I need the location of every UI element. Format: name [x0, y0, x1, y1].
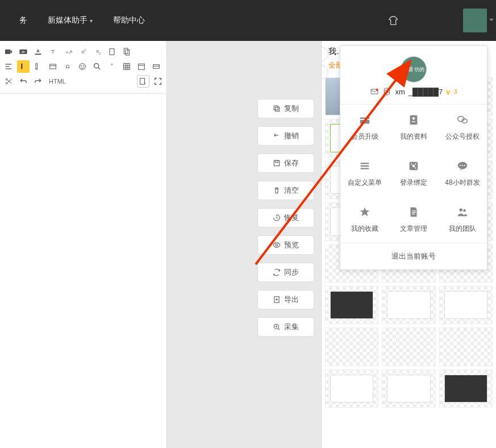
edit-form-icon[interactable]: [137, 75, 149, 88]
collect-button[interactable]: 采集: [257, 317, 314, 337]
nav-item-assistant[interactable]: 新媒体助手▾: [37, 15, 103, 26]
gallery-thumb[interactable]: [325, 286, 378, 324]
user-avatar[interactable]: [463, 9, 487, 32]
user-id-row: xm_█████7 v 3: [346, 87, 481, 96]
align-icon[interactable]: [2, 60, 15, 73]
undo-icon[interactable]: [17, 75, 30, 88]
svg-point-79: [463, 209, 466, 212]
my-favorites[interactable]: 我的收藏: [340, 197, 389, 243]
subscript-icon[interactable]: X2: [91, 45, 103, 58]
text-format-icon[interactable]: T: [47, 45, 59, 58]
fullscreen-icon[interactable]: [152, 75, 164, 88]
gallery-thumb[interactable]: [439, 370, 493, 408]
redo-icon[interactable]: [32, 75, 44, 88]
preview-button[interactable]: 预览: [257, 235, 314, 255]
my-profile[interactable]: 我的资料: [389, 105, 438, 151]
svg-line-38: [7, 80, 11, 84]
video-icon[interactable]: [2, 45, 15, 58]
svg-rect-44: [276, 160, 278, 163]
user-dropdown-panel: 标题 功的 xm_█████7 v 3 会员升级 我的资料 公众号授权 自定义菜…: [340, 45, 487, 270]
my-team[interactable]: 我的团队: [438, 197, 487, 243]
custom-menu[interactable]: 自定义菜单: [340, 151, 389, 197]
svg-rect-18: [50, 64, 56, 69]
svg-point-73: [462, 165, 463, 166]
copy-button[interactable]: 复制: [257, 99, 314, 118]
card-icon[interactable]: [150, 60, 162, 73]
restore-button[interactable]: 恢复: [257, 208, 314, 227]
login-bind[interactable]: 登录绑定: [389, 151, 438, 197]
export-button[interactable]: 导出: [257, 290, 314, 309]
mail-icon[interactable]: [370, 87, 379, 96]
mass-send[interactable]: 48小时群发: [438, 151, 487, 197]
emoji-icon[interactable]: [76, 60, 89, 73]
undo-button[interactable]: 撤销: [257, 126, 314, 146]
bookmark-start-icon[interactable]: [17, 60, 30, 73]
search-icon[interactable]: [91, 60, 103, 73]
svg-point-23: [83, 65, 84, 66]
vip-badge: v: [446, 88, 450, 96]
clear-button[interactable]: 清空: [257, 181, 314, 200]
nav-item-help[interactable]: 帮助中心: [103, 15, 155, 26]
save-button[interactable]: 保存: [257, 154, 314, 173]
top-navbar: 务 新媒体助手▾ 帮助中心: [0, 0, 496, 41]
svg-rect-4: [35, 53, 41, 55]
svg-text:T: T: [51, 49, 55, 55]
svg-line-25: [98, 68, 100, 69]
editor-body[interactable]: [0, 94, 166, 448]
font-size-icon[interactable]: AA: [61, 45, 74, 58]
svg-point-57: [412, 117, 415, 120]
svg-rect-40: [140, 78, 145, 85]
svg-point-37: [6, 82, 7, 84]
svg-rect-55: [360, 119, 370, 120]
logout-button[interactable]: 退出当前账号: [340, 243, 487, 269]
superscript-icon[interactable]: X2: [76, 45, 89, 58]
svg-rect-32: [139, 64, 145, 69]
html-button[interactable]: HTML: [47, 75, 68, 88]
svg-point-36: [6, 78, 7, 80]
sync-button[interactable]: 同步: [257, 263, 314, 282]
svg-rect-0: [5, 49, 10, 54]
gallery-thumb[interactable]: [382, 327, 435, 366]
svg-text:Ω: Ω: [66, 64, 70, 69]
wechat-auth[interactable]: 公众号授权: [438, 105, 487, 151]
font-color-icon[interactable]: A: [32, 45, 44, 58]
svg-rect-27: [124, 64, 130, 70]
svg-point-52: [376, 89, 378, 91]
page-icon[interactable]: [106, 45, 118, 58]
svg-rect-12: [110, 49, 114, 55]
editor-toolbar: ab A T AA X2 X2 Ω ": [0, 41, 166, 94]
article-manage[interactable]: 文章管理: [389, 197, 438, 243]
bookmark-end-icon[interactable]: [32, 60, 44, 73]
gallery-thumb[interactable]: [439, 327, 493, 366]
gallery-thumb[interactable]: [382, 370, 435, 408]
gallery-thumb[interactable]: [382, 286, 435, 324]
member-upgrade[interactable]: 会员升级: [340, 105, 389, 151]
snippet-icon[interactable]: [47, 60, 59, 73]
quote-icon[interactable]: ": [106, 60, 118, 73]
svg-point-22: [81, 65, 81, 66]
gallery-thumb[interactable]: [325, 327, 378, 366]
gallery-thumb[interactable]: [325, 370, 378, 408]
svg-text:2: 2: [99, 52, 101, 55]
svg-rect-13: [124, 48, 128, 53]
nav-item-service[interactable]: 务: [9, 15, 37, 26]
collapse-button[interactable]: »: [321, 47, 328, 61]
database-icon[interactable]: [382, 87, 391, 96]
omega-icon[interactable]: Ω: [61, 60, 74, 73]
svg-point-74: [464, 165, 465, 166]
copy-page-icon[interactable]: [120, 45, 133, 58]
svg-line-39: [7, 79, 11, 83]
gallery-thumb[interactable]: [439, 286, 493, 324]
svg-text:ab: ab: [22, 50, 25, 53]
svg-rect-75: [412, 210, 415, 211]
svg-text:A: A: [69, 49, 72, 55]
scissors-icon[interactable]: [2, 75, 15, 88]
ab-icon[interactable]: ab: [17, 45, 30, 58]
svg-text:A: A: [36, 48, 40, 53]
tshirt-icon[interactable]: [388, 14, 401, 27]
svg-rect-54: [360, 117, 370, 123]
editor-column: ab A T AA X2 X2 Ω ": [0, 41, 167, 448]
svg-point-72: [460, 165, 461, 166]
calendar-icon[interactable]: [135, 60, 148, 73]
table-icon[interactable]: [120, 60, 133, 73]
